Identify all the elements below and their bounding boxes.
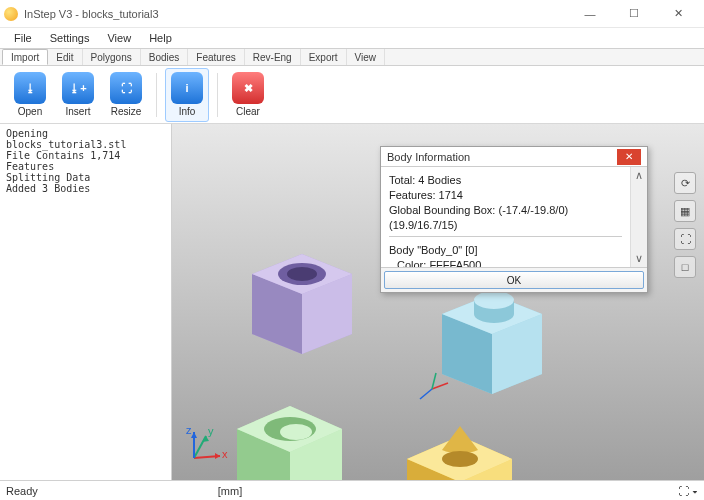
svg-text:x: x <box>222 448 228 460</box>
toolbar-separator <box>156 73 157 117</box>
block-green <box>212 374 362 480</box>
insert-icon: ⭳+ <box>62 72 94 104</box>
dialog-title: Body Information <box>387 151 470 163</box>
open-button[interactable]: ⭳ Open <box>8 68 52 122</box>
menu-settings[interactable]: Settings <box>42 30 98 46</box>
tab-bodies[interactable]: Bodies <box>141 49 189 65</box>
dialog-content: Total: 4 Bodies Features: 1714 Global Bo… <box>381 167 630 267</box>
tab-polygons[interactable]: Polygons <box>83 49 141 65</box>
menu-file[interactable]: File <box>6 30 40 46</box>
clear-button[interactable]: ✖ Clear <box>226 68 270 122</box>
minimize-button[interactable]: — <box>568 0 612 28</box>
svg-point-10 <box>474 291 514 309</box>
tabbar: Import Edit Polygons Bodies Features Rev… <box>0 48 704 66</box>
tab-view[interactable]: View <box>347 49 386 65</box>
tab-import[interactable]: Import <box>2 49 48 65</box>
body-information-dialog: Body Information ✕ Total: 4 Bodies Featu… <box>380 146 648 293</box>
svg-point-16 <box>280 424 312 440</box>
download-icon: ⭳ <box>14 72 46 104</box>
menubar: File Settings View Help <box>0 28 704 48</box>
block-yellow <box>382 404 532 480</box>
info-body-head: Body "Body_0" [0] <box>389 243 622 258</box>
tab-reveng[interactable]: Rev-Eng <box>245 49 301 65</box>
menu-help[interactable]: Help <box>141 30 180 46</box>
maximize-button[interactable]: ☐ <box>612 0 656 28</box>
tab-edit[interactable]: Edit <box>48 49 82 65</box>
status-units: [mm] <box>218 485 242 497</box>
log-panel: Opening blocks_tutorial3.stl File Contai… <box>0 124 172 480</box>
dialog-titlebar[interactable]: Body Information ✕ <box>381 147 647 167</box>
info-body-color: Color: FFFFA500 <box>389 258 622 267</box>
info-total: Total: 4 Bodies <box>389 173 622 188</box>
svg-point-21 <box>442 451 478 467</box>
viewport-rotate-button[interactable]: ⟳ <box>674 172 696 194</box>
menu-view[interactable]: View <box>99 30 139 46</box>
block-purple <box>232 224 372 364</box>
svg-line-23 <box>432 373 436 389</box>
svg-marker-26 <box>215 453 220 459</box>
status-text: Ready <box>6 485 38 497</box>
viewport-fit-button[interactable]: ⛶ <box>674 228 696 250</box>
viewport-grid-button[interactable]: ▦ <box>674 200 696 222</box>
info-bbox: Global Bounding Box: (-17.4/-19.8/0) (19… <box>389 203 622 233</box>
clear-icon: ✖ <box>232 72 264 104</box>
svg-text:z: z <box>186 424 192 436</box>
svg-text:y: y <box>208 425 214 437</box>
viewport-tools: ⟳ ▦ ⛶ □ <box>674 172 696 278</box>
toolbar: ⭳ Open ⭳+ Insert ⛶ Resize i Info ✖ Clear <box>0 66 704 124</box>
insert-button[interactable]: ⭳+ Insert <box>56 68 100 122</box>
info-button[interactable]: i Info <box>165 68 209 122</box>
app-icon <box>4 7 18 21</box>
status-right[interactable]: ⛶ ▾ <box>678 485 698 497</box>
viewport-wireframe-button[interactable]: □ <box>674 256 696 278</box>
resize-button[interactable]: ⛶ Resize <box>104 68 148 122</box>
resize-icon: ⛶ <box>110 72 142 104</box>
statusbar: Ready [mm] ⛶ ▾ <box>0 480 704 500</box>
scroll-down-icon[interactable]: ∨ <box>635 252 643 265</box>
info-features: Features: 1714 <box>389 188 622 203</box>
origin-gizmo <box>412 369 452 409</box>
svg-point-5 <box>287 267 317 281</box>
tab-export[interactable]: Export <box>301 49 347 65</box>
dialog-scrollbar[interactable]: ∧ ∨ <box>630 167 647 267</box>
titlebar: InStep V3 - blocks_tutorial3 — ☐ ✕ <box>0 0 704 28</box>
scroll-up-icon[interactable]: ∧ <box>635 169 643 182</box>
info-icon: i <box>171 72 203 104</box>
svg-marker-32 <box>191 432 197 438</box>
svg-line-22 <box>432 383 448 389</box>
ok-button[interactable]: OK <box>384 271 644 289</box>
toolbar-separator <box>217 73 218 117</box>
tab-features[interactable]: Features <box>188 49 244 65</box>
axis-triad: x y z <box>182 422 230 470</box>
close-button[interactable]: ✕ <box>656 0 700 28</box>
svg-line-24 <box>420 389 432 399</box>
window-title: InStep V3 - blocks_tutorial3 <box>24 8 568 20</box>
dialog-close-button[interactable]: ✕ <box>617 149 641 165</box>
